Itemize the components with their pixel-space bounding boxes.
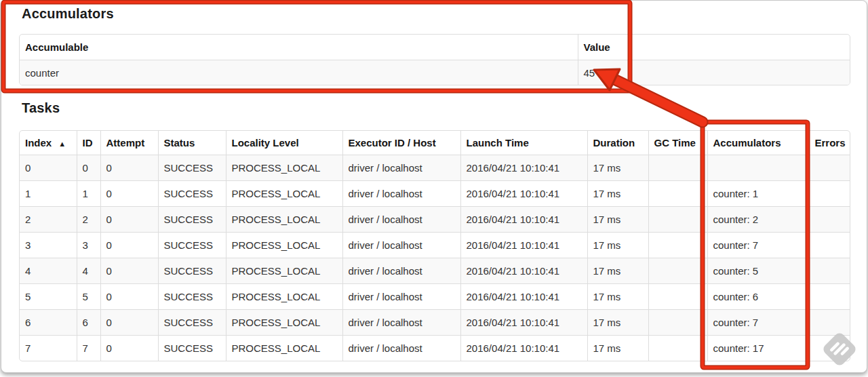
column-header-accumulable: Accumulable [20, 35, 578, 60]
task-row: 2 2 0 SUCCESS PROCESS_LOCAL driver / loc… [20, 207, 850, 233]
cell-index: 3 [20, 233, 77, 258]
cell-accumulators: counter: 5 [707, 258, 809, 284]
column-header-accumulators[interactable]: Accumulators [707, 131, 809, 155]
cell-attempt: 0 [100, 336, 158, 361]
cell-locality-level: PROCESS_LOCAL [226, 258, 342, 284]
column-header-launch-time[interactable]: Launch Time [460, 131, 587, 155]
cell-duration: 17 ms [587, 336, 648, 361]
cell-errors [809, 336, 850, 361]
cell-index: 0 [20, 155, 77, 181]
cell-status: SUCCESS [158, 258, 226, 284]
cell-duration: 17 ms [587, 155, 648, 181]
accumulators-header-row: Accumulable Value [20, 35, 850, 60]
cell-locality-level: PROCESS_LOCAL [226, 233, 342, 258]
cell-executor: driver / localhost [342, 258, 460, 284]
cell-status: SUCCESS [158, 284, 226, 310]
cell-gc-time [648, 336, 707, 361]
column-header-attempt[interactable]: Attempt [100, 131, 158, 155]
tasks-header-row: Index▲ ID Attempt Status Locality Level … [20, 131, 850, 155]
accumulator-row: counter 45 [20, 60, 850, 85]
cell-attempt: 0 [100, 207, 158, 233]
cell-errors [809, 233, 850, 258]
cell-launch-time: 2016/04/21 10:10:41 [460, 233, 587, 258]
cell-locality-level: PROCESS_LOCAL [226, 310, 342, 336]
cell-locality-level: PROCESS_LOCAL [226, 336, 342, 361]
column-header-value: Value [578, 35, 850, 60]
cell-id: 2 [77, 207, 100, 233]
cell-duration: 17 ms [587, 233, 648, 258]
cell-launch-time: 2016/04/21 10:10:41 [460, 181, 587, 207]
cell-gc-time [648, 155, 707, 181]
cell-accumulators: counter: 1 [707, 181, 809, 207]
cell-duration: 17 ms [587, 258, 648, 284]
column-header-duration[interactable]: Duration [587, 131, 648, 155]
task-row: 7 7 0 SUCCESS PROCESS_LOCAL driver / loc… [20, 336, 850, 361]
cell-status: SUCCESS [158, 207, 226, 233]
cell-gc-time [648, 258, 707, 284]
cell-errors [809, 155, 850, 181]
cell-index: 7 [20, 336, 77, 361]
cell-index: 1 [20, 181, 77, 207]
cell-id: 6 [77, 310, 100, 336]
column-header-executor-id-host[interactable]: Executor ID / Host [342, 131, 460, 155]
cell-accumulable-name: counter [20, 60, 578, 85]
column-header-index[interactable]: Index▲ [20, 131, 77, 155]
cell-id: 3 [77, 233, 100, 258]
cell-locality-level: PROCESS_LOCAL [226, 181, 342, 207]
cell-accumulators: counter: 2 [707, 207, 809, 233]
cell-gc-time [648, 310, 707, 336]
cell-index: 2 [20, 207, 77, 233]
cell-gc-time [648, 284, 707, 310]
cell-launch-time: 2016/04/21 10:10:41 [460, 155, 587, 181]
cell-executor: driver / localhost [342, 310, 460, 336]
tasks-table: Index▲ ID Attempt Status Locality Level … [19, 130, 850, 361]
column-header-id[interactable]: ID [77, 131, 100, 155]
cell-index: 4 [20, 258, 77, 284]
cell-duration: 17 ms [587, 284, 648, 310]
cell-executor: driver / localhost [342, 233, 460, 258]
task-row: 4 4 0 SUCCESS PROCESS_LOCAL driver / loc… [20, 258, 850, 284]
cell-executor: driver / localhost [342, 284, 460, 310]
cell-id: 5 [77, 284, 100, 310]
cell-gc-time [648, 181, 707, 207]
task-row: 3 3 0 SUCCESS PROCESS_LOCAL driver / loc… [20, 233, 850, 258]
sort-ascending-icon[interactable]: ▲ [58, 140, 66, 148]
cell-status: SUCCESS [158, 310, 226, 336]
cell-errors [809, 207, 850, 233]
cell-accumulators: counter: 6 [707, 284, 809, 310]
cell-gc-time [648, 207, 707, 233]
cell-attempt: 0 [100, 181, 158, 207]
cell-launch-time: 2016/04/21 10:10:41 [460, 310, 587, 336]
cell-status: SUCCESS [158, 233, 226, 258]
cell-id: 4 [77, 258, 100, 284]
cell-executor: driver / localhost [342, 336, 460, 361]
column-header-errors[interactable]: Errors [809, 131, 850, 155]
cell-attempt: 0 [100, 258, 158, 284]
cell-errors [809, 258, 850, 284]
cell-executor: driver / localhost [342, 155, 460, 181]
accumulators-table: Accumulable Value counter 45 [19, 34, 850, 85]
cell-accumulators [707, 155, 809, 181]
cell-accumulable-value: 45 [578, 60, 850, 85]
cell-accumulators: counter: 7 [707, 310, 809, 336]
cell-attempt: 0 [100, 233, 158, 258]
cell-launch-time: 2016/04/21 10:10:41 [460, 284, 587, 310]
cell-duration: 17 ms [587, 310, 648, 336]
cell-accumulators: counter: 17 [707, 336, 809, 361]
cell-accumulators: counter: 7 [707, 233, 809, 258]
column-header-status[interactable]: Status [158, 131, 226, 155]
cell-errors [809, 310, 850, 336]
cell-executor: driver / localhost [342, 207, 460, 233]
task-row: 0 0 0 SUCCESS PROCESS_LOCAL driver / loc… [20, 155, 850, 181]
cell-id: 7 [77, 336, 100, 361]
column-header-locality-level[interactable]: Locality Level [226, 131, 342, 155]
accumulators-section-title: Accumulators [22, 6, 114, 22]
cell-locality-level: PROCESS_LOCAL [226, 284, 342, 310]
screenshot-frame: Accumulators Accumulable Value counter 4… [1, 0, 867, 373]
column-header-index-label: Index [25, 137, 52, 148]
cell-executor: driver / localhost [342, 181, 460, 207]
cell-index: 6 [20, 310, 77, 336]
cell-locality-level: PROCESS_LOCAL [226, 207, 342, 233]
cell-status: SUCCESS [158, 336, 226, 361]
column-header-gc-time[interactable]: GC Time [648, 131, 707, 155]
